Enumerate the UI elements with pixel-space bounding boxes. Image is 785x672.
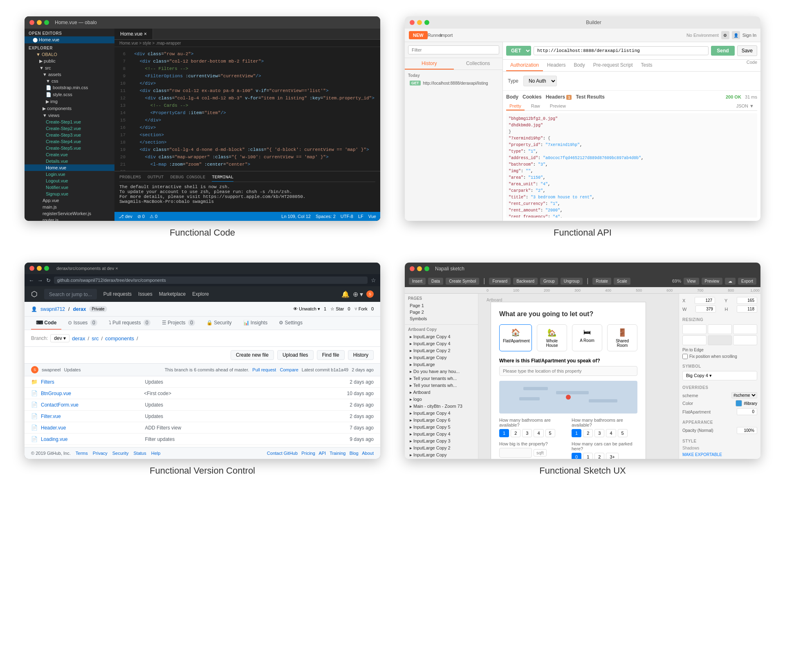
import-icon[interactable]: Import bbox=[442, 31, 451, 39]
layer-selectbig-copy3[interactable]: ▸ selectBig Copy 3 bbox=[408, 458, 475, 459]
create-file-btn[interactable]: Create new file bbox=[231, 350, 274, 360]
option-house[interactable]: 🏡 Whole House bbox=[537, 324, 567, 351]
res-tab-pretty[interactable]: Pretty bbox=[506, 102, 525, 110]
notifications-icon[interactable]: 🔔 bbox=[341, 290, 350, 298]
breadcrumb-components[interactable]: components bbox=[105, 335, 134, 342]
override-type-value[interactable]: 0 bbox=[737, 408, 757, 415]
api-tab-collections[interactable]: Collections bbox=[454, 58, 503, 70]
terminal-tab-terminal[interactable]: TERMINAL bbox=[212, 175, 233, 182]
api-tab-history[interactable]: History bbox=[405, 58, 454, 70]
sk-close-dot[interactable] bbox=[410, 266, 415, 271]
parking-opt-3plus[interactable]: 3+ bbox=[606, 453, 619, 459]
option-room[interactable]: 🛏 A Room bbox=[572, 324, 602, 351]
sidebar-file-sw[interactable]: registerServiceWorker.js bbox=[25, 210, 114, 217]
nav-explore[interactable]: Explore bbox=[192, 291, 209, 297]
file-name-contactform[interactable]: ContactForm.vue bbox=[41, 402, 141, 408]
back-button[interactable]: ← bbox=[29, 277, 34, 283]
breadcrumb-repo[interactable]: derax bbox=[72, 335, 85, 342]
sidebar-file-style[interactable]: 📄 style.scss bbox=[25, 91, 114, 98]
tool-backward[interactable]: Backward bbox=[513, 278, 538, 285]
api-request-item-1[interactable]: GET http://localhost:8888/deraxapi/listi… bbox=[408, 79, 499, 87]
sk-maximize-dot[interactable] bbox=[424, 266, 429, 271]
gh-close-dot[interactable] bbox=[29, 266, 34, 271]
footer-help[interactable]: Help bbox=[151, 451, 161, 456]
layer-logo[interactable]: ▸ logo bbox=[408, 396, 475, 403]
footer-blog[interactable]: Blog bbox=[350, 451, 359, 456]
y-value[interactable]: 165 bbox=[737, 297, 757, 304]
sidebar-folder-public[interactable]: ▶ public bbox=[25, 58, 114, 65]
sidebar-file-bootstrap[interactable]: 📄 bootstrap.min.css bbox=[25, 84, 114, 91]
nav-pull-requests[interactable]: Pull requests bbox=[103, 291, 132, 297]
branch-selector[interactable]: dev ▾ bbox=[50, 334, 70, 342]
layer-inputlarge-copy[interactable]: ▸ InputLarge Copy bbox=[408, 354, 475, 361]
footer-privacy[interactable]: Privacy bbox=[93, 451, 108, 456]
location-input[interactable] bbox=[499, 366, 637, 376]
req-tab-prescript[interactable]: Pre-request Script bbox=[589, 60, 637, 71]
sidebar-file-router[interactable]: router.js bbox=[25, 217, 114, 221]
sk-minimize-dot[interactable] bbox=[417, 266, 422, 271]
runner-icon[interactable]: Runner bbox=[431, 31, 439, 39]
tool-group[interactable]: Group bbox=[540, 278, 558, 285]
bathroom-r-opt-4[interactable]: 4 bbox=[606, 429, 616, 437]
api-search-input[interactable] bbox=[408, 45, 499, 54]
sidebar-file-home[interactable]: Home.vue bbox=[25, 164, 114, 171]
sidebar-file-create-step3[interactable]: Create-Step3.vue bbox=[25, 132, 114, 138]
repo-owner-name[interactable]: swapnil712 bbox=[40, 306, 65, 312]
tool-insert[interactable]: Insert bbox=[409, 278, 426, 285]
tool-view[interactable]: View bbox=[684, 278, 699, 285]
github-search[interactable]: Search or jump to... bbox=[44, 289, 97, 299]
req-tab-body[interactable]: Body bbox=[570, 60, 589, 71]
option-shared[interactable]: 🚪 Shared Room bbox=[607, 324, 637, 351]
footer-contact[interactable]: Contact GitHub bbox=[267, 451, 298, 456]
layer-input-copy5[interactable]: ▸ InputLarge Copy 5 bbox=[408, 424, 475, 431]
save-button[interactable]: Save bbox=[737, 45, 757, 56]
tool-forward[interactable]: Forward bbox=[489, 278, 511, 285]
layer-doyouhave[interactable]: ▸ Do you have any hou... bbox=[408, 368, 475, 375]
share-icon[interactable]: ☆ bbox=[371, 277, 376, 283]
sidebar-file-notifier[interactable]: Notifier.vue bbox=[25, 184, 114, 191]
fork-btn[interactable]: ⑂ Fork 0 bbox=[354, 306, 374, 312]
new-button[interactable]: NEW bbox=[409, 31, 428, 39]
star-btn[interactable]: ☆ Star 0 bbox=[330, 306, 350, 312]
footer-terms[interactable]: Terms bbox=[76, 451, 88, 456]
page-1-item[interactable]: Page 1 bbox=[408, 302, 475, 309]
resize-tr[interactable] bbox=[733, 324, 757, 334]
history-btn[interactable]: History bbox=[348, 350, 374, 360]
res-tab-raw[interactable]: Raw bbox=[528, 102, 543, 110]
sidebar-file-logout[interactable]: Logout.vue bbox=[25, 178, 114, 184]
maximize-dot[interactable] bbox=[44, 20, 49, 25]
bathroom-opt-5[interactable]: 5 bbox=[545, 429, 555, 437]
repo-tab-security[interactable]: 🔒 Security bbox=[202, 317, 237, 330]
file-name-filters[interactable]: Filters bbox=[41, 379, 141, 385]
layer-inputlarge-4b[interactable]: ▸ InputLarge Copy 4 bbox=[408, 340, 475, 347]
tool-scale[interactable]: Scale bbox=[614, 278, 630, 285]
footer-status[interactable]: Status bbox=[134, 451, 146, 456]
close-dot[interactable] bbox=[29, 20, 34, 25]
gh-maximize-dot[interactable] bbox=[44, 266, 49, 271]
forward-button[interactable]: → bbox=[37, 277, 43, 283]
bathroom-r-opt-5[interactable]: 5 bbox=[618, 429, 628, 437]
minimize-dot[interactable] bbox=[37, 20, 42, 25]
bathroom-opt-3[interactable]: 3 bbox=[522, 429, 532, 437]
tool-cloud[interactable]: ☁ bbox=[725, 278, 736, 285]
layer-input-copy6[interactable]: ▸ InputLarge Copy 6 bbox=[408, 417, 475, 424]
color-swatch-1[interactable] bbox=[736, 400, 742, 407]
layer-inputlarge-4a[interactable]: ▸ InputLarge Copy 4 bbox=[408, 333, 475, 340]
sidebar-folder-css[interactable]: ▼ css bbox=[25, 78, 114, 84]
layer-input-copy2[interactable]: ▸ InputLarge Copy 2 bbox=[408, 445, 475, 452]
breadcrumb-src[interactable]: src bbox=[92, 335, 99, 342]
footer-about[interactable]: About bbox=[362, 451, 374, 456]
w-value[interactable]: 379 bbox=[695, 306, 716, 312]
sidebar-file-create-step5[interactable]: Create-Step5.vue bbox=[25, 145, 114, 151]
page-2-item[interactable]: Page 2 bbox=[408, 309, 475, 315]
sidebar-file-create-step2[interactable]: Create-Step2.vue bbox=[25, 125, 114, 132]
layer-tell-1[interactable]: ▸ Tell your tenants wh... bbox=[408, 375, 475, 382]
layer-input-copy1[interactable]: ▸ InputLarge Copy bbox=[408, 452, 475, 458]
repo-tab-prs[interactable]: ⤵ Pull requests 0 bbox=[104, 317, 155, 330]
code-link[interactable]: Code bbox=[747, 60, 757, 71]
layer-input-copy3[interactable]: ▸ InputLarge Copy 3 bbox=[408, 438, 475, 445]
layer-input-copy4[interactable]: ▸ InputLarge Copy 4 bbox=[408, 410, 475, 417]
req-tab-tests[interactable]: Tests bbox=[637, 60, 656, 71]
resize-mc[interactable] bbox=[708, 335, 732, 345]
footer-security[interactable]: Security bbox=[112, 451, 129, 456]
